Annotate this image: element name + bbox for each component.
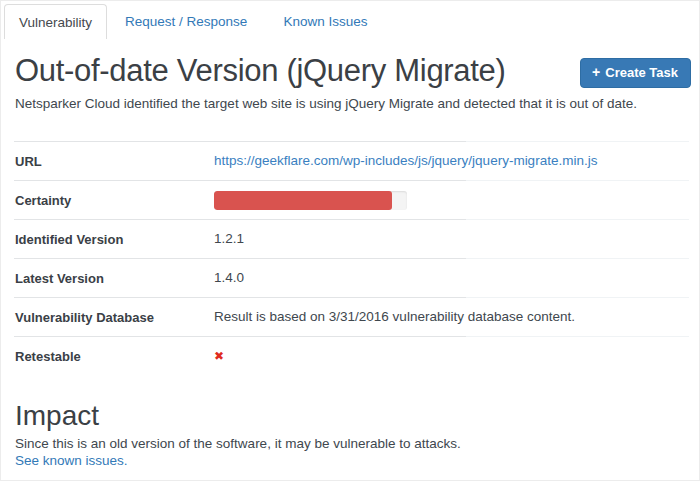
table-row-certainty: Certainty [1,181,699,219]
identified-version-value: 1.2.1 [214,231,244,247]
impact-section: Impact Since this is an old version of t… [1,375,699,469]
retestable-label: Retestable [15,349,214,364]
table-row-url: URL https://geekflare.com/wp-includes/js… [1,142,699,180]
table-row-vulnerability-database: Vulnerability Database Result is based o… [1,298,699,336]
tab-vulnerability[interactable]: Vulnerability [4,4,107,39]
vulnerability-database-value: Result is based on 3/31/2016 vulnerabili… [214,309,575,325]
tab-request-response[interactable]: Request / Response [107,4,265,39]
create-task-button[interactable]: +Create Task [580,58,691,88]
certainty-label: Certainty [15,193,214,208]
create-task-label: Create Task [605,65,678,80]
impact-description: Since this is an old version of the soft… [15,436,685,451]
details-table: URL https://geekflare.com/wp-includes/js… [1,141,699,375]
tab-bar: Vulnerability Request / Response Known I… [1,1,699,39]
plus-icon: + [592,64,600,80]
vulnerability-description: Netsparker Cloud identified the target w… [1,89,699,111]
vulnerability-database-label: Vulnerability Database [15,310,214,325]
latest-version-label: Latest Version [15,271,214,286]
tab-known-issues[interactable]: Known Issues [265,4,385,39]
vulnerability-detail-page: { "colors": { "accent_blue": "#3279B7", … [0,0,700,481]
table-row-identified-version: Identified Version 1.2.1 [1,220,699,258]
table-row-retestable: Retestable ✖ [1,337,699,375]
see-known-issues-link[interactable]: See known issues. [15,453,128,468]
certainty-bar-fill [214,191,392,210]
red-cross-icon: ✖ [214,349,224,363]
certainty-bar-track [214,191,407,210]
impact-title: Impact [15,399,685,433]
url-label: URL [15,154,214,169]
page-title: Out-of-date Version (jQuery Migrate) [15,53,506,89]
table-row-latest-version: Latest Version 1.4.0 [1,259,699,297]
page-header: Out-of-date Version (jQuery Migrate) +Cr… [1,39,699,89]
url-link[interactable]: https://geekflare.com/wp-includes/js/jqu… [214,153,597,168]
latest-version-value: 1.4.0 [214,270,244,286]
identified-version-label: Identified Version [15,232,214,247]
